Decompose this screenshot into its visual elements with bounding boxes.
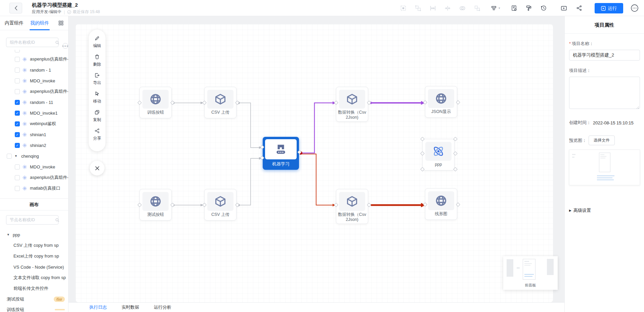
component-checkbox[interactable]	[7, 154, 12, 159]
component-row[interactable]: random - 1	[0, 65, 68, 75]
component-row[interactable]: ✓shinian2	[0, 140, 68, 151]
format-paint-icon[interactable]	[525, 5, 532, 11]
machine-icon	[265, 139, 297, 159]
canvas-node-data-convert-bottom[interactable]: 数据转换（Csv2Json)	[336, 189, 368, 224]
canvas-node-csv-upload-bottom[interactable]: CSV 上传	[204, 189, 237, 221]
canvas-tool-移动[interactable]: 移动	[93, 91, 101, 104]
component-row[interactable]: ✓webinput鉴权	[0, 118, 68, 129]
component-label: MDO_invoke	[30, 78, 55, 83]
canvas-node-json-display[interactable]: JSON显示	[425, 86, 457, 118]
expand-horizontal-icon[interactable]	[429, 5, 436, 11]
node-search-input[interactable]	[6, 215, 58, 225]
canvas-tool-导出[interactable]: 导出	[93, 73, 101, 86]
bottom-tab-执行日志[interactable]: 执行日志	[89, 304, 107, 310]
gear-icon	[23, 57, 27, 62]
canvas-tool-编辑[interactable]: 编辑	[93, 36, 101, 49]
layer-order-tool[interactable]: ▾	[490, 0, 500, 16]
component-row[interactable]: aspenplus仿真组件-...	[0, 86, 68, 97]
component-checkbox[interactable]: ✓	[15, 121, 20, 126]
tab-builtin-components[interactable]: 内置组件	[5, 16, 24, 30]
bottom-tab-实时数据[interactable]: 实时数据	[122, 304, 139, 310]
page-subtitle-row: 应用开发-编辑中 | 最近保存 15:48	[32, 9, 100, 15]
canvas-node-ppp[interactable]: ppp	[422, 139, 455, 170]
component-checkbox[interactable]	[15, 164, 20, 169]
node-list-item[interactable]: 测试按钮i5sr	[0, 294, 68, 304]
group-icon[interactable]	[415, 5, 421, 11]
copy-icon	[94, 110, 100, 116]
choose-file-button[interactable]: 选择文件	[589, 135, 615, 145]
component-checkbox[interactable]	[15, 89, 20, 94]
component-checkbox[interactable]	[15, 50, 20, 52]
node-list-item[interactable]: 训练按钮	[0, 304, 68, 312]
close-toolbar-button[interactable]	[90, 161, 104, 176]
component-search-input[interactable]	[6, 38, 58, 47]
component-row[interactable]: ▼chenqing	[0, 151, 68, 161]
exclude-overlap-icon[interactable]	[459, 5, 466, 11]
minimap-panel[interactable]: 前面板	[503, 256, 558, 290]
marquee-select-icon[interactable]	[400, 5, 406, 11]
node-tree: ▼pppCSV 上传 copy from spExcel上传 copy from…	[0, 227, 68, 294]
layer-order-icon[interactable]	[490, 5, 497, 11]
component-row[interactable]: aspenplus仿真组件-lt	[0, 54, 68, 65]
node-label: 机器学习	[265, 159, 297, 166]
node-label: CSV 上传	[205, 110, 236, 115]
back-button[interactable]	[9, 3, 22, 13]
advanced-settings-toggle[interactable]: ▶ 高级设置	[569, 207, 640, 213]
component-row[interactable]: ✓MDO_invoke1	[0, 108, 68, 118]
ungroup-icon[interactable]	[474, 5, 480, 11]
canvas-node-csv-upload-top[interactable]: CSV 上传	[204, 87, 237, 118]
tree-node-row[interactable]: 文本文件读取 copy from sp	[0, 272, 68, 283]
history-icon[interactable]	[540, 5, 547, 11]
canvas-tool-删除[interactable]: 删除	[93, 54, 101, 67]
canvas-area[interactable]: 训练按钮CSV 上传机器学习数据转换（Csv2Json)JSON显示ppp测试按…	[69, 16, 564, 312]
component-checkbox[interactable]: ✓	[15, 100, 20, 105]
preview-play-icon[interactable]	[560, 5, 567, 11]
component-row[interactable]: matlab仿真接口	[0, 183, 68, 194]
component-grid-view-icon[interactable]	[58, 21, 63, 27]
component-checkbox[interactable]: ✓	[15, 111, 20, 116]
canvas-tool-分享[interactable]: 分享	[93, 128, 101, 141]
canvas-grid-sheet[interactable]	[76, 24, 553, 302]
canvas-tool-复制[interactable]: 复制	[93, 110, 101, 123]
tree-node-row[interactable]: VS Code - Node (Service)	[0, 262, 68, 272]
component-checkbox[interactable]	[15, 175, 20, 180]
tree-node-row[interactable]: ▼ppp	[0, 229, 68, 240]
expand-caret-icon[interactable]: ▼	[14, 154, 18, 158]
component-checkbox[interactable]	[15, 57, 20, 62]
left-sidebar: 内置组件 我的组件 aspenplus仿真组件-ltrandom - 1MDO_…	[0, 16, 69, 312]
component-row[interactable]: aspenplus仿真组件-lt	[0, 172, 68, 183]
canvas-tool-label: 移动	[93, 99, 101, 104]
form-config-icon[interactable]	[511, 5, 517, 11]
tree-node-row[interactable]: CSV 上传 copy from sp	[0, 240, 68, 251]
component-checkbox[interactable]	[15, 78, 20, 83]
collapse-sidebar-button[interactable]: ●●●	[62, 43, 68, 49]
collapse-horizontal-icon[interactable]	[444, 5, 451, 11]
run-button[interactable]: 运行	[595, 3, 623, 13]
component-checkbox[interactable]: ✓	[15, 143, 20, 148]
tree-node-row[interactable]: Excel上传 copy from sp	[0, 251, 68, 262]
component-checkbox[interactable]: ✓	[15, 132, 20, 137]
bottom-tab-运行分析[interactable]: 运行分析	[154, 304, 171, 310]
component-checkbox[interactable]	[15, 68, 20, 73]
tree-node-row[interactable]: 前端长传文件控件	[0, 283, 68, 294]
component-row[interactable]: ✓shinian1	[0, 129, 68, 140]
expand-caret-icon[interactable]: ▼	[7, 233, 11, 236]
chevron-left-icon	[14, 6, 17, 10]
component-checkbox[interactable]	[15, 186, 20, 191]
canvas-node-data-convert-top[interactable]: 数据转换（Csv2Json)	[336, 87, 368, 122]
more-menu-button[interactable]	[630, 4, 639, 12]
project-name-input[interactable]	[569, 50, 640, 61]
component-row[interactable]: MDO_invoke	[0, 75, 68, 86]
canvas-node-line-chart[interactable]: 线形图	[425, 188, 457, 220]
project-description-input[interactable]	[569, 77, 640, 109]
canvas-node-train-button[interactable]: 训练按钮	[139, 87, 172, 118]
canvas-node-test-button[interactable]: 测试按钮	[139, 189, 172, 221]
tab-my-components[interactable]: 我的组件	[30, 16, 49, 30]
share-icon[interactable]	[576, 5, 583, 11]
atom-icon	[425, 142, 452, 161]
component-row[interactable]: ✓random - 11	[0, 97, 68, 108]
component-row[interactable]	[0, 50, 68, 54]
canvas-node-machine-learning[interactable]: 机器学习	[263, 137, 299, 170]
minimap-block	[507, 259, 513, 277]
component-row[interactable]: MDO_invoke	[0, 161, 68, 172]
